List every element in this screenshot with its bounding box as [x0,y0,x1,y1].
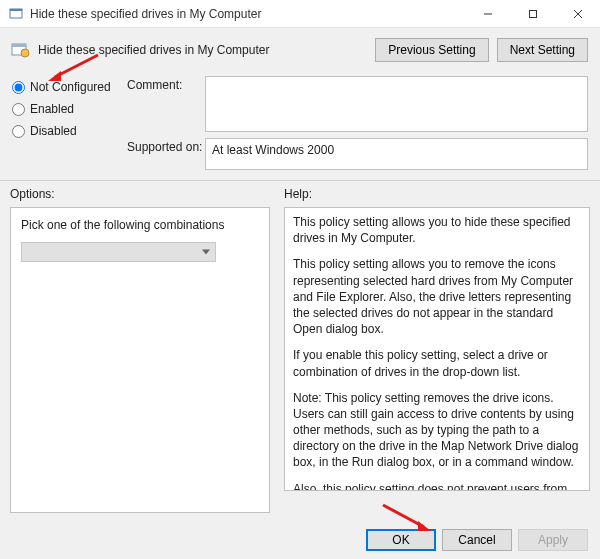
supported-on-box: At least Windows 2000 [205,138,588,170]
policy-icon [10,40,30,60]
next-setting-button[interactable]: Next Setting [497,38,588,62]
state-radios: Not Configured Enabled Disabled [12,76,127,170]
config-area: Not Configured Enabled Disabled Comment:… [0,70,600,180]
options-panel: Pick one of the following combinations [10,207,270,513]
radio-not-configured[interactable]: Not Configured [12,80,127,94]
header: Hide these specified drives in My Comput… [0,28,600,70]
supported-row: Supported on: At least Windows 2000 [127,138,588,170]
nav-buttons: Previous Setting Next Setting [375,38,588,62]
svg-rect-7 [12,44,26,47]
cancel-button[interactable]: Cancel [442,529,512,551]
footer: OK Cancel Apply [0,521,600,559]
svg-rect-3 [529,10,536,17]
title-text: Hide these specified drives in My Comput… [30,7,465,21]
radio-disabled[interactable]: Disabled [12,124,127,138]
supported-label: Supported on: [127,138,205,154]
options-column: Options: Pick one of the following combi… [0,181,278,521]
radio-label: Not Configured [30,80,111,94]
help-paragraph: This policy setting allows you to hide t… [293,214,581,246]
svg-point-8 [21,49,29,57]
options-heading: Options: [10,187,270,201]
help-paragraph: Also, this policy setting does not preve… [293,481,581,491]
radio-not-configured-input[interactable] [12,81,25,94]
help-column: Help: This policy setting allows you to … [278,181,600,521]
dialog-window: Hide these specified drives in My Comput… [0,0,600,559]
split-pane: Options: Pick one of the following combi… [0,180,600,521]
help-heading: Help: [284,187,590,201]
help-panel[interactable]: This policy setting allows you to hide t… [284,207,590,491]
titlebar: Hide these specified drives in My Comput… [0,0,600,28]
window-controls [465,0,600,27]
ok-button[interactable]: OK [366,529,436,551]
apply-button[interactable]: Apply [518,529,588,551]
previous-setting-button[interactable]: Previous Setting [375,38,488,62]
radio-disabled-input[interactable] [12,125,25,138]
radio-label: Enabled [30,102,74,116]
comment-input[interactable] [205,76,588,132]
app-icon [8,6,24,22]
options-label: Pick one of the following combinations [21,218,259,232]
help-paragraph: If you enable this policy setting, selec… [293,347,581,379]
supported-on-text: At least Windows 2000 [212,143,334,157]
maximize-button[interactable] [510,0,555,27]
meta-fields: Comment: Supported on: At least Windows … [127,76,588,170]
minimize-button[interactable] [465,0,510,27]
comment-label: Comment: [127,76,205,92]
radio-enabled-input[interactable] [12,103,25,116]
radio-enabled[interactable]: Enabled [12,102,127,116]
svg-rect-1 [10,9,22,11]
radio-label: Disabled [30,124,77,138]
options-select[interactable] [21,242,216,262]
help-paragraph: This policy setting allows you to remove… [293,256,581,337]
options-select-wrap [21,242,216,262]
comment-row: Comment: [127,76,588,132]
close-button[interactable] [555,0,600,27]
help-paragraph: Note: This policy setting removes the dr… [293,390,581,471]
policy-title: Hide these specified drives in My Comput… [38,43,375,57]
